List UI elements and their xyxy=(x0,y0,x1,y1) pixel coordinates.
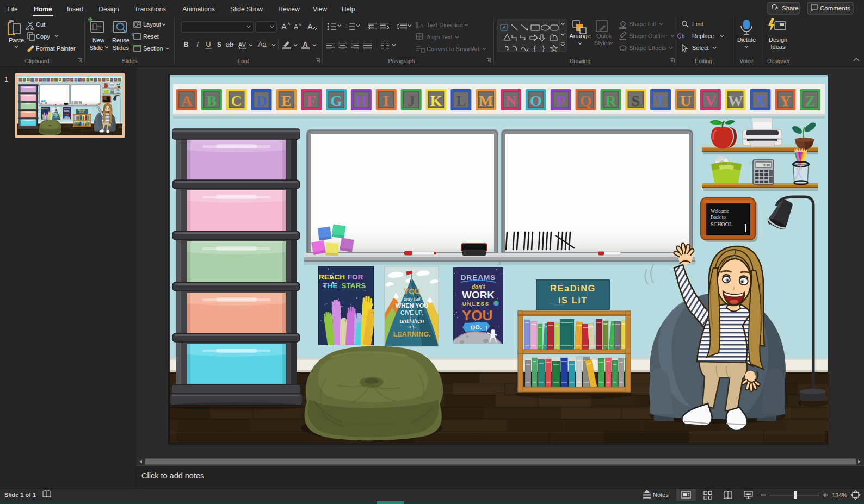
svg-text:K: K xyxy=(430,92,442,109)
svg-text:A: A xyxy=(294,23,298,31)
svg-text:Notes: Notes xyxy=(653,491,669,498)
svg-text:LEARNING.: LEARNING. xyxy=(393,331,431,338)
svg-text:S: S xyxy=(217,41,221,48)
svg-text:Q: Q xyxy=(580,92,592,109)
svg-text:Back to: Back to xyxy=(711,214,726,220)
svg-text:Styles: Styles xyxy=(594,40,610,46)
svg-text:THE: THE xyxy=(323,282,338,290)
svg-text:C: C xyxy=(231,92,242,109)
svg-text:b: b xyxy=(682,34,685,39)
svg-text:Clipboard: Clipboard xyxy=(25,58,50,64)
svg-text:Cut: Cut xyxy=(36,21,45,28)
svg-text:iS LiT: iS LiT xyxy=(558,295,588,305)
svg-text:F: F xyxy=(307,92,316,109)
svg-text:M: M xyxy=(479,92,493,109)
svg-text:Section: Section xyxy=(143,45,163,52)
svg-text:Welcome: Welcome xyxy=(711,208,729,214)
svg-text:Ideas: Ideas xyxy=(771,43,786,50)
svg-text:Reuse: Reuse xyxy=(112,37,129,43)
svg-text:DO.: DO. xyxy=(471,323,482,331)
svg-text:O: O xyxy=(530,92,542,109)
svg-text:REACH: REACH xyxy=(319,273,345,281)
svg-text:Design: Design xyxy=(769,36,787,43)
svg-text:B: B xyxy=(206,92,217,109)
svg-text:Slides: Slides xyxy=(122,58,138,64)
svg-text:W: W xyxy=(728,92,743,109)
svg-text:Find: Find xyxy=(692,21,703,27)
svg-text:Shape Fill: Shape Fill xyxy=(629,21,656,27)
svg-text:Paste: Paste xyxy=(9,37,24,43)
svg-text:SCHOOL: SCHOOL xyxy=(711,221,732,227)
svg-text:New: New xyxy=(92,37,104,43)
svg-text:Format Painter: Format Painter xyxy=(36,45,76,52)
svg-text:A: A xyxy=(281,22,287,31)
svg-text:A: A xyxy=(502,25,505,30)
svg-text:X: X xyxy=(755,92,766,109)
svg-text:Design: Design xyxy=(98,5,119,13)
svg-text:until then: until then xyxy=(400,318,424,324)
svg-text:Designer: Designer xyxy=(767,58,791,64)
svg-text:A: A xyxy=(307,22,313,31)
svg-text:D: D xyxy=(256,92,267,109)
svg-text:Align Text: Align Text xyxy=(427,34,453,40)
svg-text:FOR: FOR xyxy=(348,273,363,281)
svg-text:Share: Share xyxy=(782,5,799,11)
svg-text:E: E xyxy=(281,92,292,109)
svg-text:Click to add notes: Click to add notes xyxy=(141,471,204,480)
svg-text:AV: AV xyxy=(238,41,246,48)
svg-text:Comments: Comments xyxy=(820,5,850,11)
svg-text:G: G xyxy=(330,92,342,109)
svg-text:Review: Review xyxy=(278,5,300,13)
svg-text:Replace: Replace xyxy=(692,33,714,39)
svg-text:{: { xyxy=(534,44,536,52)
svg-text:Select: Select xyxy=(692,45,709,51)
svg-text:Drawing: Drawing xyxy=(570,58,591,64)
svg-text:Font: Font xyxy=(237,58,249,64)
svg-text:YOU: YOU xyxy=(404,287,420,296)
svg-text:8.38: 8.38 xyxy=(763,164,770,167)
svg-text:Home: Home xyxy=(34,5,52,13)
svg-text:Arrange: Arrange xyxy=(569,33,590,39)
svg-text:H: H xyxy=(355,92,367,109)
svg-text:I: I xyxy=(196,40,199,48)
svg-text:Quick: Quick xyxy=(596,33,612,39)
svg-text:STARS: STARS xyxy=(342,282,366,290)
svg-text:B: B xyxy=(183,41,188,48)
svg-text:N: N xyxy=(505,92,516,109)
svg-text:GIVE UP,: GIVE UP, xyxy=(400,310,423,316)
svg-text:Shape Effects: Shape Effects xyxy=(629,45,666,51)
svg-text:Text Direction: Text Direction xyxy=(427,22,463,28)
svg-text:R: R xyxy=(605,92,616,109)
svg-text:}: } xyxy=(542,44,545,52)
svg-text:Shape Outline: Shape Outline xyxy=(629,33,667,39)
svg-text:˄: ˄ xyxy=(287,21,290,27)
svg-text:UNLESS: UNLESS xyxy=(462,301,490,307)
svg-text:I: I xyxy=(383,92,389,109)
svg-text:S: S xyxy=(632,92,640,109)
svg-text:IT'S: IT'S xyxy=(408,325,415,329)
svg-text:˅: ˅ xyxy=(299,22,301,28)
svg-text:A: A xyxy=(420,23,423,28)
svg-text:Z: Z xyxy=(805,92,816,109)
svg-text:WORK: WORK xyxy=(462,289,495,301)
svg-text:Editing: Editing xyxy=(695,58,712,64)
svg-text:L: L xyxy=(456,92,466,109)
svg-text:Animations: Animations xyxy=(182,5,214,13)
svg-text:only fail: only fail xyxy=(404,296,421,302)
svg-text:-: - xyxy=(346,28,347,32)
svg-text:Help: Help xyxy=(342,5,355,13)
svg-text:Convert to SmartArt: Convert to SmartArt xyxy=(427,46,479,52)
svg-text:134%: 134% xyxy=(832,492,847,499)
svg-text:Copy: Copy xyxy=(36,33,50,40)
svg-text:U: U xyxy=(680,92,691,109)
svg-text:Dictate: Dictate xyxy=(737,36,756,43)
svg-text:Layout: Layout xyxy=(143,21,161,28)
svg-text:Slides: Slides xyxy=(113,45,129,51)
svg-text:A: A xyxy=(181,92,193,109)
svg-text:J: J xyxy=(408,92,415,109)
svg-text:Slide 1 of 1: Slide 1 of 1 xyxy=(4,491,36,498)
svg-text:File: File xyxy=(7,5,18,13)
svg-text:Reset: Reset xyxy=(143,33,159,40)
svg-text:V: V xyxy=(705,92,716,109)
svg-text:Aa: Aa xyxy=(258,41,266,48)
